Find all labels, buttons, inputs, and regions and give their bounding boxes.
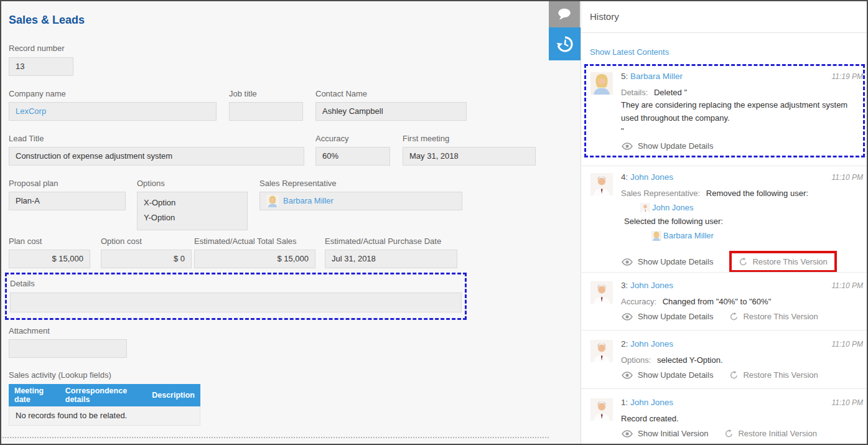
entry4-show-update-details-button[interactable]: Show Update Details: [621, 257, 713, 266]
circular-arrows-icon: [739, 257, 748, 266]
entry4-action-text: Removed the following user:: [706, 189, 808, 198]
history-panel: History Show Latest Contents 11:19 PM 5:…: [581, 1, 867, 444]
proposal-plan-label: Proposal plan: [9, 179, 58, 188]
plan-cost-label: Plan cost: [9, 237, 42, 246]
entry2-show-update-details-button[interactable]: Show Update Details: [621, 370, 713, 380]
entry5-body-line-3: ": [621, 124, 864, 138]
entry2-user-link[interactable]: John Jones: [630, 339, 673, 349]
entry5-show-update-details-button[interactable]: Show Update Details: [621, 141, 713, 151]
total-sales-label: Estimated/Actual Total Sales: [194, 237, 297, 246]
option-cost-field: $ 0: [101, 250, 192, 268]
options-field: X-Option Y-Option: [137, 192, 248, 230]
record-number-label: Record number: [9, 44, 65, 53]
page-title: Sales & Leads: [9, 14, 85, 27]
option-x: X-Option: [144, 195, 241, 210]
history-header-divider: [581, 32, 867, 33]
record-number-value: 13: [9, 57, 73, 76]
entry-divider: [581, 166, 867, 166]
history-entry-5: 11:19 PM 5: Barbara Miller Details: Dele…: [590, 71, 864, 151]
history-tab-button[interactable]: [549, 27, 581, 60]
restore-highlight-red-box: Restore This Version: [729, 251, 836, 273]
eye-icon: [621, 258, 633, 266]
entry4-selected-user-link[interactable]: Barbara Miller: [663, 230, 714, 242]
circular-arrows-icon: [729, 312, 739, 321]
male-user-avatar: [590, 173, 613, 195]
sales-activity-table: Meeting date Correspondence details Desc…: [9, 384, 200, 426]
circular-arrows-icon: [729, 370, 739, 380]
purchase-date-label: Estimated/Actual Purchase Date: [325, 237, 441, 246]
entry1-show-initial-version-button[interactable]: Show Initial Version: [621, 429, 708, 438]
entry3-user-link[interactable]: John Jones: [630, 281, 673, 290]
entry4-number: 4:: [621, 172, 628, 182]
comments-tab-button[interactable]: [549, 1, 580, 27]
entry4-restore-this-version-button[interactable]: Restore This Version: [739, 257, 827, 266]
entry4-selected-user-chip: Barbara Miller: [651, 230, 864, 242]
first-meeting-field: May 31, 2018: [403, 147, 536, 166]
col-meeting-date: Meeting date: [14, 386, 56, 404]
entry4-user-link[interactable]: John Jones: [630, 172, 673, 182]
sales-activity-table-header: Meeting date Correspondence details Desc…: [9, 384, 200, 406]
sales-activity-empty-row: No records found to be related.: [9, 406, 200, 426]
eye-icon: [621, 143, 633, 150]
entry5-field-label: Details:: [621, 88, 648, 97]
entry2-field-label: Options:: [621, 355, 651, 365]
company-name-link[interactable]: LexCorp: [16, 106, 46, 116]
sales-activity-label: Sales activity (Lookup fields): [9, 370, 111, 380]
history-entry-1: 11:10 PM 1: John Jones Record created. S…: [590, 397, 864, 438]
eye-icon: [621, 372, 633, 379]
contact-name-field: Ashley Campbell: [315, 102, 467, 121]
app-window: Sales & Leads Record number 13 Company n…: [0, 0, 868, 445]
first-meeting-label: First meeting: [403, 134, 449, 143]
history-clock-icon: [556, 35, 574, 54]
total-sales-field: $ 15,000: [194, 250, 315, 268]
col-correspondence-details: Correspondence details: [65, 386, 142, 404]
accuracy-field: 60%: [315, 147, 390, 166]
entry2-restore-this-version-button[interactable]: Restore This Version: [729, 370, 818, 380]
entry5-timestamp: 11:19 PM: [832, 72, 863, 81]
female-user-avatar-icon: [266, 195, 279, 207]
attachment-label: Attachment: [9, 326, 50, 335]
entry1-timestamp: 11:10 PM: [832, 398, 863, 407]
entry1-restore-initial-version-button[interactable]: Restore Initial Version: [724, 429, 816, 438]
entry4-field-label: Sales Representative:: [621, 189, 700, 198]
circular-arrows-icon: [724, 429, 734, 438]
entry1-number: 1:: [621, 398, 628, 407]
eye-icon: [621, 430, 633, 438]
entry3-restore-this-version-button[interactable]: Restore This Version: [729, 312, 818, 321]
option-cost-label: Option cost: [101, 237, 142, 246]
entry-divider: [581, 272, 867, 273]
entry4-selected-label: Selected the following user:: [624, 216, 864, 227]
details-label: Details: [10, 279, 35, 288]
entry-divider: [581, 388, 867, 389]
section-dotted-divider: [2, 437, 549, 438]
entry3-number: 3:: [621, 281, 628, 290]
male-user-avatar-icon: [640, 203, 650, 213]
attachment-field: [9, 339, 127, 358]
accuracy-label: Accuracy: [315, 134, 348, 143]
male-user-avatar: [590, 398, 613, 421]
entry4-timestamp: 11:10 PM: [832, 173, 863, 182]
entry3-field-label: Accuracy:: [621, 297, 656, 306]
entry3-timestamp: 11:10 PM: [832, 281, 863, 290]
entry5-body-line-1: They are considering replacing the expen…: [621, 98, 864, 111]
entry3-action-text: Changed from "40%" to "60%": [663, 297, 772, 306]
eye-icon: [621, 313, 633, 321]
entry3-show-update-details-button[interactable]: Show Update Details: [621, 312, 713, 321]
options-label: Options: [137, 179, 165, 188]
entry5-action-text: Deleted ": [654, 88, 687, 97]
history-entry-2: 11:10 PM 2: John Jones Options: selected…: [590, 339, 864, 380]
sales-representative-link[interactable]: Barbara Miller: [283, 192, 334, 210]
company-name-field: LexCorp: [9, 102, 217, 121]
show-latest-contents-link[interactable]: Show Latest Contents: [590, 47, 669, 57]
proposal-plan-field: Plan-A: [9, 192, 126, 210]
job-title-field: [229, 102, 303, 121]
speech-bubble-icon: [556, 6, 572, 22]
entry1-user-link[interactable]: John Jones: [630, 398, 673, 407]
entry4-removed-user-chip: John Jones: [640, 202, 864, 214]
details-field: [10, 293, 462, 312]
entry5-user-link[interactable]: Barbara Miller: [630, 72, 683, 81]
entry1-action-text: Record created.: [621, 413, 864, 424]
entry4-removed-user-link[interactable]: John Jones: [652, 202, 694, 214]
purchase-date-field: Jul 31, 2018: [325, 250, 457, 268]
plan-cost-field: $ 15,000: [9, 250, 90, 268]
